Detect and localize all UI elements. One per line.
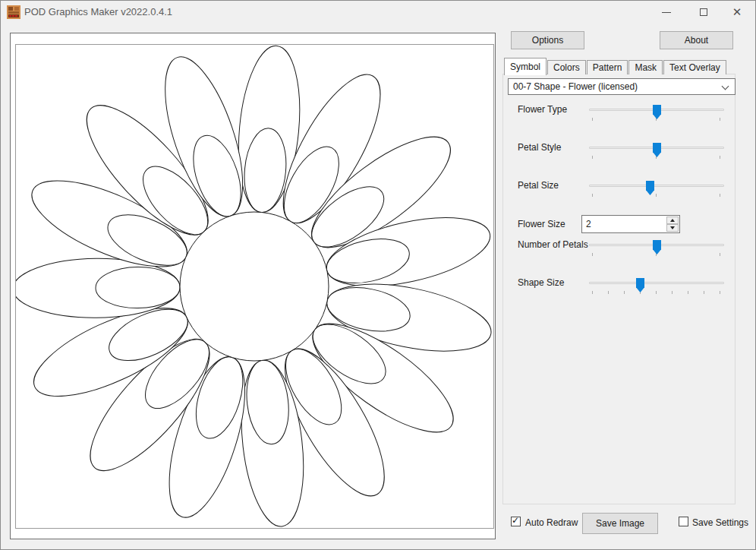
petal-size-slider-tick (592, 194, 593, 197)
number-of-petals-label: Number of Petals (518, 239, 588, 250)
canvas-panel (10, 33, 496, 539)
flower-type-slider-tick (720, 118, 720, 121)
tab-page (502, 74, 736, 504)
shape-size-label: Shape Size (518, 277, 564, 288)
tab-pattern[interactable]: Pattern (587, 60, 628, 74)
flower-svg (16, 45, 493, 528)
options-button[interactable]: Options (511, 31, 584, 49)
auto-redraw-checkbox[interactable]: ✓ (511, 517, 521, 526)
flower-size-spin-up-button[interactable] (666, 217, 679, 224)
minimize-button[interactable] (657, 1, 676, 24)
tab-text-overlay[interactable]: Text Overlay (663, 60, 726, 74)
flower-type-label: Flower Type (518, 104, 567, 115)
maximize-button[interactable] (694, 1, 713, 24)
shape-size-slider-tick (624, 291, 625, 294)
petal-size-slider-track[interactable] (589, 185, 724, 187)
petal-size-slider-tick (656, 194, 657, 197)
tab-strip: SymbolColorsPatternMaskText Overlay (504, 58, 727, 74)
arrow-down-icon (670, 226, 675, 229)
number-of-petals-slider-tick (592, 253, 593, 256)
save-image-button[interactable]: Save Image (582, 513, 658, 534)
flower-type-slider-tick (592, 118, 593, 121)
tab-colors[interactable]: Colors (547, 60, 586, 74)
shape-size-slider-track[interactable] (589, 282, 724, 284)
about-button[interactable]: About (660, 31, 733, 49)
flower-size-label: Flower Size (518, 219, 565, 229)
petal-size-label: Petal Size (518, 180, 559, 191)
flower-size-spinner[interactable]: 2 (581, 215, 680, 233)
shape-size-slider-tick (688, 291, 688, 294)
shape-size-slider-tick (608, 291, 609, 294)
arrow-up-icon (670, 219, 675, 222)
close-button[interactable]: ✕ (727, 1, 747, 24)
flower-size-value[interactable]: 2 (586, 219, 591, 229)
save-settings-label: Save Settings (692, 517, 748, 528)
shape-size-slider-tick (592, 291, 593, 294)
close-icon: ✕ (732, 5, 742, 19)
flower-size-spin-down-button[interactable] (666, 224, 679, 232)
app-icon (7, 5, 20, 19)
maximize-icon (700, 8, 707, 16)
shape-size-slider-tick (704, 291, 704, 294)
title-bar[interactable]: POD Graphics Maker v2022.0.4.1 ✕ (1, 1, 755, 24)
check-icon: ✓ (512, 515, 519, 526)
auto-redraw-label: Auto Redraw (525, 517, 578, 528)
tab-symbol[interactable]: Symbol (504, 58, 547, 75)
petal-size-slider-tick (720, 194, 720, 197)
petal-style-slider-tick (720, 156, 720, 159)
flower-size-spin-buttons (666, 217, 679, 232)
petal-style-label: Petal Style (518, 142, 561, 153)
window-title: POD Graphics Maker v2022.0.4.1 (24, 6, 172, 17)
shape-size-slider-tick (656, 291, 657, 294)
shape-size-slider-tick (720, 291, 720, 294)
chevron-down-icon (722, 83, 729, 90)
number-of-petals-slider-tick (720, 253, 720, 256)
petal-style-slider-tick (592, 156, 593, 159)
minimize-icon (662, 12, 671, 13)
shape-size-slider-tick (672, 291, 673, 294)
app-window: POD Graphics Maker v2022.0.4.1 ✕ Options… (0, 0, 756, 550)
flower-canvas[interactable] (15, 44, 494, 529)
shape-select-value: 00-7 Shape - Flower (licensed) (513, 81, 638, 92)
save-settings-checkbox[interactable]: ✓ (679, 517, 688, 526)
shape-select[interactable]: 00-7 Shape - Flower (licensed) (508, 78, 736, 95)
tab-mask[interactable]: Mask (628, 60, 663, 74)
